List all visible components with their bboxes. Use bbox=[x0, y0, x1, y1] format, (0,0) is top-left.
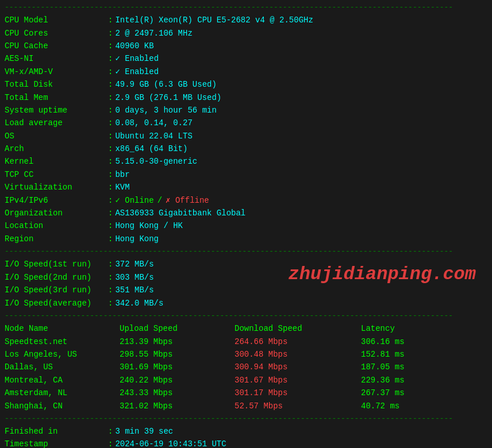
uptime-row: System uptime : 0 days, 3 hour 56 min bbox=[5, 104, 487, 117]
finished-label: Finished in bbox=[5, 425, 108, 438]
load-label: Load average bbox=[5, 117, 108, 129]
aes-row: AES-NI : ✓ Enabled bbox=[5, 52, 487, 65]
cpu-cores-value: 2 @ 2497.106 MHz bbox=[115, 27, 192, 40]
location-label: Location bbox=[5, 219, 108, 232]
speed-upload: 243.33 Mbps bbox=[120, 387, 235, 399]
speed-download: 264.66 Mbps bbox=[235, 335, 361, 348]
cpu-cache-label: CPU Cache bbox=[5, 40, 108, 52]
region-label: Region bbox=[5, 233, 108, 245]
sysinfo-section: CPU Model : Intel(R) Xeon(R) CPU E5-2682… bbox=[5, 14, 487, 245]
finished-value: 3 min 39 sec bbox=[115, 425, 173, 438]
cpu-model-label: CPU Model bbox=[5, 14, 108, 26]
disk-label: Total Disk bbox=[5, 78, 108, 91]
io-run1-value: 372 MB/s bbox=[115, 258, 153, 271]
finished-row: Finished in : 3 min 39 sec bbox=[5, 425, 487, 438]
org-value: AS136933 Gigabitbank Global bbox=[115, 207, 245, 219]
disk-value: 49.9 GB (6.3 GB Used) bbox=[115, 78, 216, 91]
org-label: Organization bbox=[5, 207, 108, 219]
speedtest-section: Node Name Upload Speed Download Speed La… bbox=[5, 322, 487, 412]
speed-upload: 298.55 Mbps bbox=[120, 348, 235, 361]
speed-download: 301.17 Mbps bbox=[235, 387, 361, 399]
io-divider-top: ----------------------------------------… bbox=[5, 246, 487, 257]
speedtest-row: Los Angeles, US 298.55 Mbps 300.48 Mbps … bbox=[5, 348, 487, 361]
arch-value: x86_64 (64 Bit) bbox=[115, 142, 187, 155]
speed-upload: 213.39 Mbps bbox=[120, 335, 235, 348]
timestamp-label: Timestamp bbox=[5, 438, 108, 448]
io-run3-value: 351 MB/s bbox=[115, 284, 153, 296]
io-run3-row: I/O Speed(3rd run) : 351 MB/s bbox=[5, 284, 487, 296]
virt-value: KVM bbox=[115, 181, 129, 194]
ipv-row: IPv4/IPv6 : ✓ Online / ✗ Offline bbox=[5, 194, 487, 207]
io-avg-row: I/O Speed(average) : 342.0 MB/s bbox=[5, 297, 487, 310]
ipv-divider: / bbox=[157, 194, 162, 207]
os-value: Ubuntu 22.04 LTS bbox=[115, 130, 192, 142]
region-row: Region : Hong Kong bbox=[5, 233, 487, 245]
mem-row: Total Mem : 2.9 GB (276.1 MB Used) bbox=[5, 91, 487, 104]
ipv-label: IPv4/IPv6 bbox=[5, 194, 108, 207]
speed-node: Speedtest.net bbox=[5, 335, 120, 348]
speed-latency: 187.05 ms bbox=[361, 361, 453, 373]
speedtest-rows: Speedtest.net 213.39 Mbps 264.66 Mbps 30… bbox=[5, 335, 487, 412]
speed-latency: 306.16 ms bbox=[361, 335, 453, 348]
col-download-header: Download Speed bbox=[235, 322, 361, 335]
cpu-cores-row: CPU Cores : 2 @ 2497.106 MHz bbox=[5, 27, 487, 40]
io-run3-label: I/O Speed(3rd run) bbox=[5, 284, 108, 296]
io-run2-value: 303 MB/s bbox=[115, 271, 153, 284]
disk-row: Total Disk : 49.9 GB (6.3 GB Used) bbox=[5, 78, 487, 91]
tcp-value: bbr bbox=[115, 168, 129, 181]
speed-latency: 229.36 ms bbox=[361, 374, 453, 387]
timestamp-row: Timestamp : 2024-06-19 10:43:51 UTC bbox=[5, 438, 487, 448]
load-row: Load average : 0.08, 0.14, 0.27 bbox=[5, 117, 487, 129]
location-row: Location : Hong Kong / HK bbox=[5, 219, 487, 232]
speedtest-row: Shanghai, CN 321.02 Mbps 52.57 Mbps 40.7… bbox=[5, 400, 487, 412]
speed-upload: 321.02 Mbps bbox=[120, 400, 235, 412]
footer-section: Finished in : 3 min 39 sec Timestamp : 2… bbox=[5, 425, 487, 448]
footer-divider-top: ----------------------------------------… bbox=[5, 414, 487, 424]
io-avg-label: I/O Speed(average) bbox=[5, 297, 108, 310]
uptime-value: 0 days, 3 hour 56 min bbox=[115, 104, 216, 117]
speedtest-row: Amsterdam, NL 243.33 Mbps 301.17 Mbps 26… bbox=[5, 387, 487, 399]
timestamp-value: 2024-06-19 10:43:51 UTC bbox=[115, 438, 226, 448]
aes-value: ✓ Enabled bbox=[115, 52, 159, 65]
main-container: ----------------------------------------… bbox=[0, 0, 492, 448]
speed-node: Shanghai, CN bbox=[5, 400, 120, 412]
region-value: Hong Kong bbox=[115, 233, 159, 245]
arch-label: Arch bbox=[5, 142, 108, 155]
tcp-row: TCP CC : bbr bbox=[5, 168, 487, 181]
mem-label: Total Mem bbox=[5, 91, 108, 104]
arch-row: Arch : x86_64 (64 Bit) bbox=[5, 142, 487, 155]
cpu-model-value: Intel(R) Xeon(R) CPU E5-2682 v4 @ 2.50GH… bbox=[115, 14, 313, 26]
os-row: OS : Ubuntu 22.04 LTS bbox=[5, 130, 487, 142]
virt-row: Virtualization : KVM bbox=[5, 181, 487, 194]
vmx-label: VM-x/AMD-V bbox=[5, 65, 108, 78]
io-avg-value: 342.0 MB/s bbox=[115, 297, 163, 310]
speed-download: 300.94 Mbps bbox=[235, 361, 361, 373]
speedtest-header: Node Name Upload Speed Download Speed La… bbox=[5, 322, 487, 335]
vmx-value: ✓ Enabled bbox=[115, 65, 159, 78]
cpu-cache-row: CPU Cache : 40960 KB bbox=[5, 40, 487, 52]
speed-node: Montreal, CA bbox=[5, 374, 120, 387]
speed-download: 52.57 Mbps bbox=[235, 400, 361, 412]
speedtest-row: Dallas, US 301.69 Mbps 300.94 Mbps 187.0… bbox=[5, 361, 487, 373]
io-run1-label: I/O Speed(1st run) bbox=[5, 258, 108, 271]
col-latency-header: Latency bbox=[361, 322, 453, 335]
speed-upload: 240.22 Mbps bbox=[120, 374, 235, 387]
io-run2-label: I/O Speed(2nd run) bbox=[5, 271, 108, 284]
io-section: I/O Speed(1st run) : 372 MB/s I/O Speed(… bbox=[5, 258, 487, 310]
speed-latency: 40.72 ms bbox=[361, 400, 453, 412]
speed-download: 301.67 Mbps bbox=[235, 374, 361, 387]
os-label: OS bbox=[5, 130, 108, 142]
load-value: 0.08, 0.14, 0.27 bbox=[115, 117, 192, 129]
aes-label: AES-NI bbox=[5, 52, 108, 65]
virt-label: Virtualization bbox=[5, 181, 108, 194]
cpu-cores-label: CPU Cores bbox=[5, 27, 108, 40]
cpu-model-row: CPU Model : Intel(R) Xeon(R) CPU E5-2682… bbox=[5, 14, 487, 26]
speed-node: Los Angeles, US bbox=[5, 348, 120, 361]
watermark: zhujidianping.com bbox=[289, 264, 476, 285]
speed-latency: 267.37 ms bbox=[361, 387, 453, 399]
cpu-cache-value: 40960 KB bbox=[115, 40, 153, 52]
location-value: Hong Kong / HK bbox=[115, 219, 183, 232]
speed-latency: 152.81 ms bbox=[361, 348, 453, 361]
ipv-offline-value: ✗ Offline bbox=[166, 194, 209, 207]
kernel-row: Kernel : 5.15.0-30-generic bbox=[5, 155, 487, 168]
